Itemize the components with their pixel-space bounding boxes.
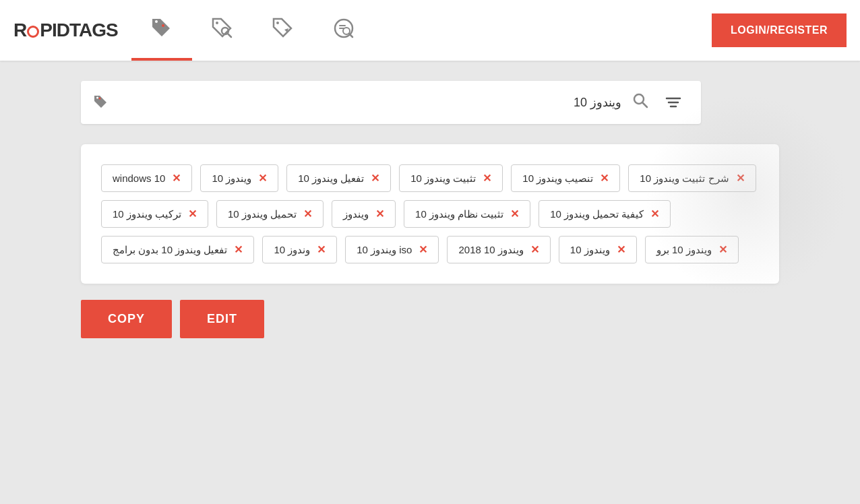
nav-item-tag-search[interactable]: [192, 0, 253, 61]
tag-item[interactable]: ✕ويندوز 10 برو: [645, 236, 739, 263]
main-nav: [131, 0, 712, 61]
search-button[interactable]: [627, 87, 654, 118]
tag-item[interactable]: ✕ويندوز 10: [200, 164, 278, 192]
tag-item[interactable]: ✕windows 10: [101, 164, 192, 192]
tag-close-icon[interactable]: ✕: [375, 208, 384, 220]
logo[interactable]: RPIDTAGS: [13, 20, 118, 41]
tag-item[interactable]: ✕iso ويندوز 10: [345, 236, 439, 263]
tag-close-icon[interactable]: ✕: [530, 243, 539, 256]
tag-label: ويندوز 10 2018: [458, 244, 523, 256]
tags-grid: ✕windows 10✕ويندوز 10✕تفعيل ويندوز 10✕تث…: [101, 164, 759, 263]
tag-close-icon[interactable]: ✕: [600, 172, 609, 185]
main-content: ويندوز 10 ✕windows 10✕ويندوز 10✕تفعيل وي…: [0, 61, 860, 504]
tag-item[interactable]: ✕ويندوز 10 2018: [447, 236, 550, 263]
svg-point-0: [162, 24, 164, 27]
tag-label: تثبيت ويندوز 10: [410, 172, 476, 185]
tag-close-icon[interactable]: ✕: [303, 208, 312, 220]
tag-label: شرح تثبيت ويندوز 10: [640, 172, 729, 185]
tag-item[interactable]: ✕كيفية تحميل ويندوز 10: [539, 200, 671, 228]
tag-label: تفعيل ويندوز 10 بدون برامج: [113, 244, 227, 256]
svg-point-9: [634, 94, 644, 104]
tag-close-icon[interactable]: ✕: [650, 208, 659, 220]
copy-button[interactable]: COPY: [81, 300, 172, 338]
tag-close-icon[interactable]: ✕: [419, 243, 427, 256]
svg-line-10: [643, 103, 647, 107]
tag-item[interactable]: ✕تفعيل ويندوز 10: [286, 164, 391, 192]
tag-item[interactable]: ✕تثبيت نظام ويندوز 10: [404, 200, 530, 228]
tag-item[interactable]: ✕ويندوز: [332, 200, 396, 228]
tag-item[interactable]: ✕تحميل ويندوز 10: [216, 200, 324, 228]
tag-item[interactable]: ✕شرح تثبيت ويندوز 10: [628, 164, 756, 192]
tag-extractor-icon: [271, 16, 295, 45]
tag-item[interactable]: ✕تركيب ويندوز 10: [101, 200, 208, 228]
tag-close-icon[interactable]: ✕: [172, 172, 181, 185]
tag-label: windows 10: [113, 172, 165, 184]
tag-label: iso ويندوز 10: [357, 244, 412, 256]
audit-icon: [332, 16, 356, 45]
tag-label: تحميل ويندوز 10: [228, 208, 297, 220]
tag-close-icon[interactable]: ✕: [736, 172, 745, 185]
tag-label: تثبيت نظام ويندوز 10: [415, 208, 503, 220]
tag-item[interactable]: ✕تنصيب ويندوز 10: [511, 164, 620, 192]
tag-close-icon[interactable]: ✕: [483, 172, 491, 185]
login-register-button[interactable]: LOGIN/REGISTER: [712, 13, 847, 47]
tag-search-icon: [210, 16, 235, 45]
svg-line-7: [349, 34, 352, 37]
search-bar: ويندوز 10: [81, 81, 701, 124]
tag-label: كيفية تحميل ويندوز 10: [550, 208, 644, 220]
tag-item[interactable]: ✕وندوز 10: [262, 236, 337, 263]
tag-close-icon[interactable]: ✕: [234, 243, 243, 256]
header: RPIDTAGS: [0, 0, 860, 61]
svg-point-8: [99, 98, 101, 100]
tag-label: وندوز 10: [274, 244, 310, 256]
tag-close-icon[interactable]: ✕: [371, 172, 379, 185]
svg-point-4: [276, 22, 279, 24]
tag-label: ويندوز 10: [570, 244, 610, 256]
filter-button[interactable]: [656, 88, 690, 117]
tag-close-icon[interactable]: ✕: [258, 172, 267, 185]
nav-item-tag-extractor[interactable]: [253, 0, 313, 61]
search-input[interactable]: ويندوز 10: [119, 96, 621, 110]
tag-item[interactable]: ✕ويندوز 10: [559, 236, 637, 263]
tag-close-icon[interactable]: ✕: [510, 208, 519, 220]
tag-label: تركيب ويندوز 10: [113, 208, 181, 220]
tag-label: ويندوز: [343, 208, 369, 220]
tag-close-icon[interactable]: ✕: [317, 243, 326, 256]
tag-label: ويندوز 10: [212, 172, 251, 185]
tag-label: تفعيل ويندوز 10: [298, 172, 364, 185]
tag-item[interactable]: ✕تفعيل ويندوز 10 بدون برامج: [101, 236, 254, 263]
tag-close-icon[interactable]: ✕: [718, 243, 727, 256]
nav-item-audit[interactable]: [313, 0, 374, 61]
nav-item-tag-generator[interactable]: [131, 0, 192, 61]
svg-line-3: [228, 34, 231, 37]
tag-label: تنصيب ويندوز 10: [522, 172, 593, 185]
search-icon: [632, 92, 648, 108]
tag-close-icon[interactable]: ✕: [617, 243, 625, 256]
search-bar-icon: [92, 93, 111, 112]
tags-container: ✕windows 10✕ويندوز 10✕تفعيل ويندوز 10✕تث…: [81, 144, 779, 284]
tag-label: ويندوز 10 برو: [656, 244, 712, 256]
tag-generator-icon: [150, 16, 174, 45]
edit-button[interactable]: EDIT: [180, 300, 264, 338]
filter-icon: [665, 94, 682, 111]
svg-point-1: [216, 22, 218, 24]
tag-item[interactable]: ✕تثبيت ويندوز 10: [399, 164, 503, 192]
logo-text: RPIDTAGS: [13, 20, 118, 40]
action-buttons: COPY EDIT: [81, 300, 779, 338]
tag-close-icon[interactable]: ✕: [188, 208, 197, 220]
